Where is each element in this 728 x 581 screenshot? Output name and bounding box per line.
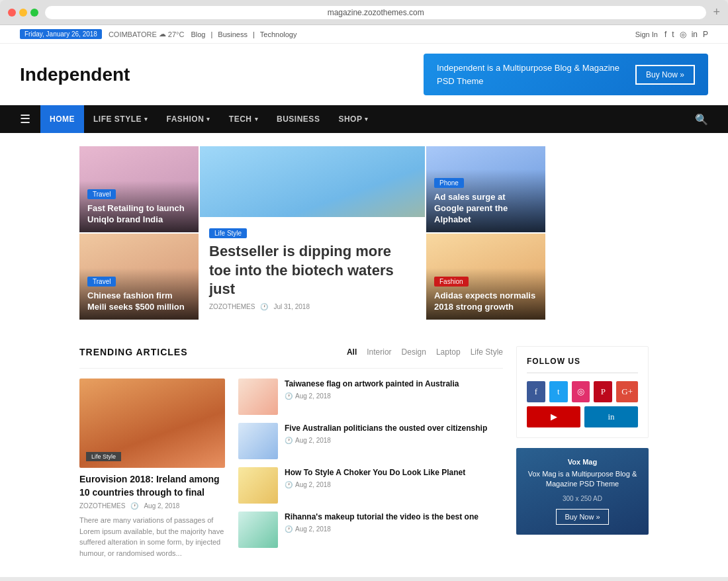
trending-main-image[interactable]: Life Style	[79, 379, 225, 468]
business-link[interactable]: Business	[218, 30, 248, 38]
trending-item-content: Taiwanese flag on artwork painted in Aus…	[285, 379, 503, 400]
youtube-button[interactable]: ▶	[527, 406, 580, 427]
clock-icon: 🕐	[285, 525, 293, 533]
main-card-author: ZOZOTHEMES	[209, 303, 255, 310]
new-tab-button[interactable]: +	[713, 5, 720, 19]
date-badge: Friday, January 26, 2018	[20, 29, 102, 39]
card-tag: Phone	[434, 178, 464, 188]
card-tag: Travel	[87, 277, 116, 287]
site-header: Independent Independent is a Multipurpos…	[0, 44, 728, 105]
hero-section: Travel Fast Retailing to launch Uniqlo b…	[0, 133, 728, 333]
card-title: Fast Retailing to launch Uniqlo brand In…	[87, 203, 191, 226]
ad-banner-button[interactable]: Buy Now »	[635, 65, 695, 85]
chevron-down-icon: ▾	[255, 116, 259, 122]
twitter-top-icon[interactable]: t	[672, 30, 674, 39]
instagram-top-icon[interactable]: ◎	[680, 30, 686, 39]
trending-item-title[interactable]: Five Australian politicians the ousted o…	[285, 423, 503, 434]
sidebar-ad-box: Vox Mag Vox Mag is a Multipurpose Blog &…	[516, 448, 649, 535]
card-title: Ad sales surge at Google parent the Alph…	[434, 192, 537, 226]
technology-link[interactable]: Technology	[260, 30, 297, 38]
clock-icon: 🕐	[260, 303, 268, 310]
search-icon[interactable]: 🔍	[695, 113, 708, 126]
trending-item-image[interactable]	[238, 379, 278, 415]
top-bar-right: Sign In f t ◎ in P	[635, 30, 708, 39]
card-title: Chinese fashion firm Meili seeks $500 mi…	[87, 290, 191, 313]
trending-item-title[interactable]: How To Style A Choker You Do Look Like P…	[285, 467, 503, 478]
blog-link[interactable]: Blog	[191, 30, 205, 38]
trending-main-date: Aug 2, 2018	[144, 502, 179, 510]
trending-main-badge: Life Style	[86, 452, 121, 461]
hero-card-bottom-left[interactable]: Travel Chinese fashion firm Meili seeks …	[79, 234, 199, 320]
facebook-button[interactable]: f	[527, 381, 545, 402]
pinterest-top-icon[interactable]: P	[703, 30, 708, 39]
follow-us-title: FOLLOW US	[527, 357, 638, 366]
tab-all[interactable]: All	[347, 346, 357, 358]
linkedin-top-icon[interactable]: in	[692, 30, 698, 39]
clock-icon: 🕐	[285, 392, 293, 400]
card-tag: Fashion	[434, 277, 469, 287]
minimize-dot[interactable]	[19, 9, 27, 17]
clock-icon: 🕐	[130, 502, 138, 510]
nav-items: HOME LIFE STYLE ▾ FASHION ▾ TECH ▾ BUSIN…	[40, 105, 378, 133]
trending-content: Life Style Eurovision 2018: Ireland amon…	[79, 379, 503, 564]
twitter-button[interactable]: t	[549, 381, 568, 402]
top-social-icons: f t ◎ in P	[664, 30, 708, 39]
top-nav-links: Blog | Business | Technology	[191, 30, 296, 38]
trending-item-image[interactable]	[238, 512, 278, 548]
tab-laptop[interactable]: Laptop	[436, 346, 461, 358]
trending-item-image[interactable]	[238, 423, 278, 459]
social-grid: f t ◎ P G+	[527, 381, 638, 402]
nav-item-fashion[interactable]: FASHION ▾	[158, 105, 220, 133]
trending-item-image[interactable]	[238, 467, 278, 504]
pinterest-button[interactable]: P	[594, 381, 612, 402]
browser-chrome: magazine.zozothemes.com +	[0, 0, 728, 25]
temperature: 27°C	[168, 30, 185, 38]
hero-card-top-right[interactable]: Phone Ad sales surge at Google parent th…	[426, 146, 545, 232]
url-bar[interactable]: magazine.zozothemes.com	[45, 6, 706, 19]
ad-banner-text: Independent is a Multipurpose Blog & Mag…	[437, 62, 622, 87]
hamburger-icon[interactable]: ☰	[20, 112, 30, 126]
trending-item-title[interactable]: Rihanna's makeup tutorial the video is t…	[285, 512, 503, 523]
main-card-date: Jul 31, 2018	[273, 303, 310, 310]
list-item: Taiwanese flag on artwork painted in Aus…	[238, 379, 503, 415]
trending-main-article: Life Style Eurovision 2018: Ireland amon…	[79, 379, 225, 564]
trending-item-content: Five Australian politicians the ousted o…	[285, 423, 503, 444]
close-dot[interactable]	[8, 9, 16, 17]
site-logo[interactable]: Independent	[20, 64, 130, 85]
nav-item-lifestyle[interactable]: LIFE STYLE ▾	[84, 105, 158, 133]
trending-main-description: There are many variations of passages of…	[79, 515, 225, 559]
trending-item-title[interactable]: Taiwanese flag on artwork painted in Aus…	[285, 379, 503, 390]
card-title: Adidas expects normalis 2018 strong grow…	[434, 290, 537, 313]
tab-design[interactable]: Design	[402, 346, 426, 358]
linkedin-button[interactable]: in	[584, 406, 638, 427]
main-nav: ☰ HOME LIFE STYLE ▾ FASHION ▾ TECH ▾ BUS…	[0, 105, 728, 133]
trending-item-date: 🕐 Aug 2, 2018	[285, 481, 503, 488]
clock-icon: 🕐	[285, 481, 293, 488]
nav-item-home[interactable]: HOME	[40, 105, 84, 133]
sign-in-link[interactable]: Sign In	[635, 30, 658, 38]
trending-tabs: All Interior Design Laptop Life Style	[347, 346, 503, 358]
follow-divider	[527, 373, 638, 373]
instagram-button[interactable]: ◎	[572, 381, 590, 402]
main-card-tag: Life Style	[209, 228, 247, 238]
nav-item-shop[interactable]: SHOP ▾	[329, 105, 378, 133]
nav-item-tech[interactable]: TECH ▾	[220, 105, 267, 133]
googleplus-button[interactable]: G+	[616, 381, 638, 402]
trending-main-title[interactable]: Eurovision 2018: Ireland among 10 countr…	[79, 473, 225, 499]
facebook-top-icon[interactable]: f	[664, 30, 666, 39]
tab-lifestyle[interactable]: Life Style	[471, 346, 503, 358]
tab-interior[interactable]: Interior	[367, 346, 391, 358]
maximize-dot[interactable]	[30, 9, 38, 17]
ad-box-brand: Vox Mag	[526, 458, 639, 466]
ad-box-size: 300 x 250 AD	[526, 495, 639, 502]
nav-item-business[interactable]: BUSINESS	[267, 105, 329, 133]
location: COIMBATORE	[109, 30, 157, 38]
ad-box-button[interactable]: Buy Now »	[556, 509, 608, 525]
divider	[79, 368, 503, 369]
two-column-layout: TRENDING ARTICLES All Interior Design La…	[79, 346, 649, 564]
hero-card-top-left[interactable]: Travel Fast Retailing to launch Uniqlo b…	[79, 146, 199, 232]
hero-card-main[interactable]: Life Style Bestseller is dipping more to…	[200, 146, 425, 320]
trending-main-meta: ZOZOTHEMES 🕐 Aug 2, 2018	[79, 502, 225, 510]
hero-card-bottom-right[interactable]: Fashion Adidas expects normalis 2018 str…	[426, 234, 545, 320]
trending-item-date: 🕐 Aug 2, 2018	[285, 525, 503, 533]
